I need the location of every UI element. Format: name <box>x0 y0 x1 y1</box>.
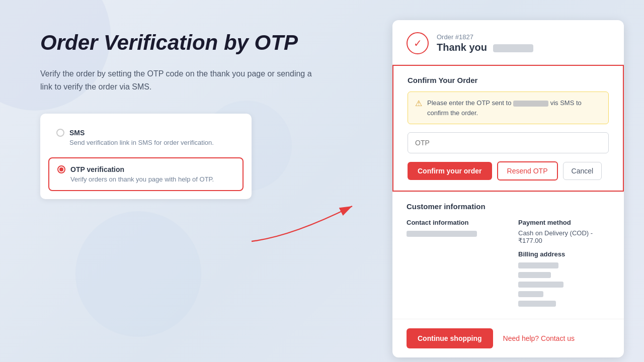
sms-option-desc: Send verification link in SMS for order … <box>56 139 235 146</box>
page-description: Verify the order by setting the OTP code… <box>40 67 322 93</box>
confirm-title: Confirm Your Order <box>408 76 609 84</box>
contact-value <box>407 229 498 237</box>
otp-option-header: OTP verification <box>57 165 234 173</box>
customer-name-blur <box>493 44 533 52</box>
billing-line4 <box>518 290 610 297</box>
otp-option-desc: Verify orders on thank you page with hel… <box>57 175 234 183</box>
need-help-link[interactable]: Need help? Contact us <box>503 334 575 342</box>
resend-otp-button[interactable]: Resend OTP <box>497 161 558 180</box>
otp-option-title: OTP verification <box>70 165 124 173</box>
confirm-section: Confirm Your Order ⚠ Please enter the OT… <box>392 65 624 192</box>
sms-radio[interactable] <box>56 129 64 137</box>
contact-label: Contact information <box>407 219 498 226</box>
left-panel: Order Verification by OTP Verify the ord… <box>40 30 322 199</box>
email-blur <box>407 231 477 237</box>
customer-section: Customer information Contact information… <box>392 192 624 319</box>
order-number: Order #1827 <box>437 33 610 41</box>
addr-blur-5 <box>518 301 556 307</box>
addr-blur-4 <box>518 291 543 297</box>
otp-input[interactable] <box>408 132 609 153</box>
payment-label: Payment method <box>518 219 610 226</box>
sms-option-header: SMS <box>56 129 235 137</box>
billing-label: Billing address <box>518 250 610 258</box>
customer-section-title: Customer information <box>407 202 610 211</box>
confirm-order-button[interactable]: Confirm your order <box>408 162 492 180</box>
otp-alert: ⚠ Please enter the OTP sent to vis SMS t… <box>408 92 609 124</box>
contact-column: Contact information <box>407 219 498 309</box>
phone-blur <box>513 101 548 107</box>
page-title: Order Verification by OTP <box>40 30 322 55</box>
billing-line1 <box>518 261 610 268</box>
warning-icon: ⚠ <box>415 99 422 108</box>
billing-line2 <box>518 270 610 278</box>
sms-option[interactable]: SMS Send verification link in SMS for or… <box>48 122 244 153</box>
payment-value: Cash on Delivery (COD) - ₹177.00 <box>518 229 610 244</box>
addr-blur-2 <box>518 272 551 278</box>
billing-group: Billing address <box>518 250 610 307</box>
info-columns: Contact information Payment method Cash … <box>407 219 610 309</box>
addr-blur-3 <box>518 282 564 288</box>
order-title-group: Order #1827 Thank you <box>437 33 610 53</box>
continue-shopping-button[interactable]: Continue shopping <box>407 328 493 348</box>
order-panel: ✓ Order #1827 Thank you Confirm Your Ord… <box>392 20 624 357</box>
options-card: SMS Send verification link in SMS for or… <box>40 114 252 199</box>
alert-message: Please enter the OTP sent to vis SMS to … <box>427 98 601 118</box>
bottom-actions: Continue shopping Need help? Contact us <box>392 319 624 357</box>
otp-option[interactable]: OTP verification Verify orders on thank … <box>48 157 244 191</box>
arrow-pointer <box>242 191 382 251</box>
action-buttons: Confirm your order Resend OTP Cancel <box>408 161 609 180</box>
bg-decoration-2 <box>75 211 201 337</box>
sms-option-title: SMS <box>69 129 85 137</box>
check-circle-icon: ✓ <box>407 32 429 54</box>
otp-radio[interactable] <box>57 165 65 173</box>
billing-line5 <box>518 299 610 307</box>
cancel-button[interactable]: Cancel <box>563 162 602 180</box>
addr-blur-1 <box>518 262 558 268</box>
billing-line3 <box>518 280 610 288</box>
payment-column: Payment method Cash on Delivery (COD) - … <box>518 219 610 309</box>
thank-you-text: Thank you <box>437 42 610 53</box>
order-header: ✓ Order #1827 Thank you <box>392 20 624 65</box>
